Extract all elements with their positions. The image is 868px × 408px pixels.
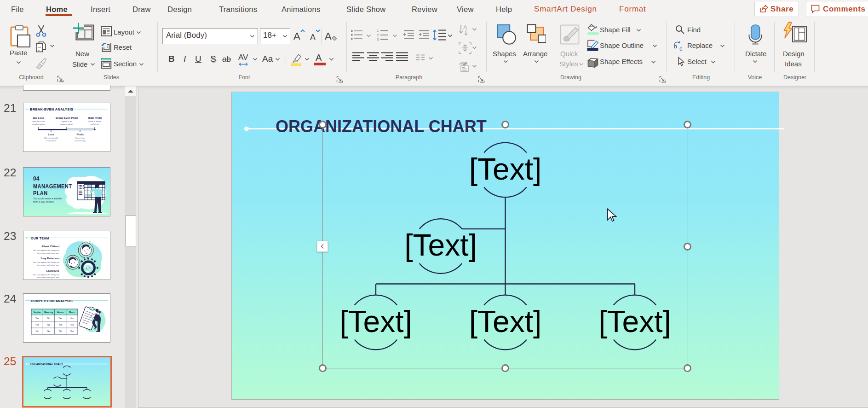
svg-text:Profit: Profit — [76, 133, 83, 136]
svg-text:Venus: Venus — [57, 311, 64, 314]
svg-text:Big Loss: Big Loss — [33, 117, 44, 119]
svg-text:MANAGEMENT: MANAGEMENT — [33, 183, 72, 189]
svg-text:No: No — [59, 330, 62, 332]
svg-text:Break-Even Point: Break-Even Point — [56, 117, 78, 119]
svg-text:smallest planet: smallest planet — [32, 123, 46, 125]
svg-text:A: A — [463, 24, 467, 31]
svg-text:[Text]: [Text] — [469, 152, 542, 186]
svg-text:Yes: Yes — [70, 330, 74, 332]
svg-text:No: No — [47, 324, 50, 326]
svg-text:No: No — [70, 317, 73, 320]
svg-text:Yes: Yes — [35, 317, 39, 320]
svg-text:[Text]: [Text] — [469, 304, 542, 338]
svg-text:the screen with your own: the screen with your own — [37, 264, 59, 266]
svg-text:[Text]: [Text] — [339, 304, 412, 338]
svg-text:3: 3 — [377, 37, 379, 41]
svg-text:Albert Clifford: Albert Clifford — [41, 245, 59, 248]
svg-text:Yes: Yes — [58, 317, 62, 320]
svg-text:Yes: Yes — [47, 330, 51, 332]
svg-text:No: No — [36, 330, 39, 332]
svg-text:[Text]: [Text] — [598, 304, 671, 338]
svg-text:Joey Patterson: Joey Patterson — [40, 257, 59, 260]
svg-text:Saturn has: Saturn has — [75, 137, 85, 139]
svg-text:High Profit: High Profit — [88, 117, 102, 119]
svg-text:You can replace the image on: You can replace the image on — [33, 274, 59, 276]
svg-text:the screen with your own: the screen with your own — [37, 276, 59, 279]
svg-text:Yes: Yes — [58, 324, 62, 326]
svg-text:2: 2 — [377, 33, 379, 37]
svg-text:BREAK-EVEN ANALYSIS: BREAK-EVEN ANALYSIS — [30, 107, 73, 111]
svg-text:here if you need it: here if you need it — [33, 200, 54, 203]
svg-text:c: c — [679, 45, 683, 52]
svg-text:COMPETITION ANALYSIS: COMPETITION ANALYSIS — [31, 299, 73, 303]
svg-text:[Text]: [Text] — [404, 228, 477, 262]
svg-text:Laura Doe: Laura Doe — [46, 269, 60, 272]
svg-text:04: 04 — [33, 175, 40, 182]
svg-text:biggest planet: biggest planet — [61, 123, 74, 125]
svg-text:Loss: Loss — [48, 133, 54, 136]
svg-text:1: 1 — [377, 29, 379, 33]
svg-text:ORGANIZATIONAL CHART: ORGANIZATIONAL CHART — [30, 362, 63, 366]
svg-text:b: b — [674, 43, 677, 50]
svg-text:Yes: Yes — [70, 324, 74, 326]
svg-text:You can replace the image on: You can replace the image on — [33, 261, 59, 263]
svg-text:PLAN: PLAN — [33, 190, 48, 196]
svg-text:the screen with your own: the screen with your own — [37, 252, 59, 254]
svg-text:Jupiter: Jupiter — [33, 311, 41, 314]
svg-text:Mercury is the: Mercury is the — [33, 120, 46, 122]
svg-text:Mars is actually: Mars is actually — [44, 137, 58, 139]
svg-text:Jupiter is the: Jupiter is the — [61, 120, 73, 122]
svg-text:several rings: several rings — [75, 140, 86, 142]
svg-text:You could enter a subtitle: You could enter a subtitle — [33, 197, 62, 200]
svg-text:Yes: Yes — [35, 324, 39, 326]
svg-text:No: No — [47, 317, 50, 320]
svg-text:OUR TEAM: OUR TEAM — [31, 237, 49, 240]
svg-text:Mars: Mars — [69, 311, 75, 314]
svg-text:a cold place: a cold place — [46, 140, 57, 142]
svg-text:You can replace the image on: You can replace the image on — [33, 249, 59, 251]
svg-text:we live on: we live on — [90, 123, 99, 125]
svg-text:Earth is where: Earth is where — [88, 120, 101, 122]
svg-text:Mercury: Mercury — [44, 311, 53, 314]
